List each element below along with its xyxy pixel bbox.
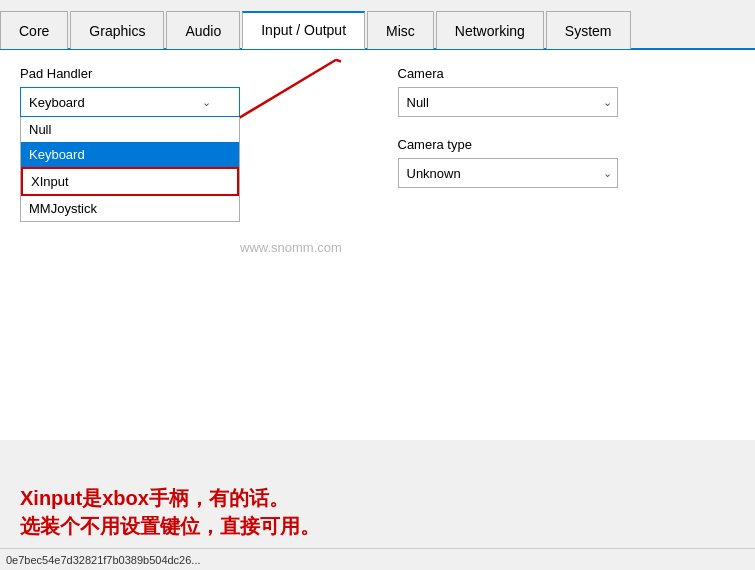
tab-core[interactable]: Core — [0, 11, 68, 49]
status-bar-text: 0e7bec54e7d32821f7b0389b504dc26... — [6, 554, 201, 566]
tab-networking[interactable]: Networking — [436, 11, 544, 49]
bottom-text-line1: Xinput是xbox手柄，有的话。 — [20, 484, 320, 512]
pad-handler-selected[interactable]: Keyboard ⌄ — [20, 87, 240, 117]
tab-audio[interactable]: Audio — [166, 11, 240, 49]
camera-select[interactable]: Null Fake OpenCV — [398, 87, 618, 117]
pad-handler-option-mmjoystick[interactable]: MMJoystick — [21, 196, 239, 221]
tab-bar: Core Graphics Audio Input / Output Misc … — [0, 0, 755, 50]
pad-handler-dropdown-list: Null Keyboard XInput MMJoystick — [20, 117, 240, 222]
bottom-text-line2: 选装个不用设置键位，直接可用。 — [20, 512, 320, 540]
camera-type-section: Camera type Unknown EyeToy PS Eye USB ⌄ — [398, 137, 736, 188]
pad-handler-option-xinput[interactable]: XInput — [21, 167, 239, 196]
camera-type-select[interactable]: Unknown EyeToy PS Eye USB — [398, 158, 618, 188]
pad-handler-option-keyboard[interactable]: Keyboard — [21, 142, 239, 167]
pad-handler-arrow-icon: ⌄ — [202, 96, 211, 109]
camera-section: Camera Null Fake OpenCV ⌄ — [398, 66, 736, 117]
tab-system[interactable]: System — [546, 11, 631, 49]
pad-handler-dropdown-container: Keyboard ⌄ Null Keyboard XInput MMJoysti… — [20, 87, 240, 117]
bottom-annotation: Xinput是xbox手柄，有的话。 选装个不用设置键位，直接可用。 — [20, 484, 320, 540]
watermark-text: www.snomm.com — [240, 240, 342, 255]
main-content: Pad Handler Keyboard ⌄ Null Keyboard XIn… — [0, 50, 755, 440]
camera-select-wrapper: Null Fake OpenCV ⌄ — [398, 87, 618, 117]
svg-line-2 — [336, 60, 341, 62]
camera-type-select-wrapper: Unknown EyeToy PS Eye USB ⌄ — [398, 158, 618, 188]
status-bar: 0e7bec54e7d32821f7b0389b504dc26... — [0, 548, 755, 570]
camera-type-label: Camera type — [398, 137, 736, 152]
pad-handler-label: Pad Handler — [20, 66, 358, 81]
tab-misc[interactable]: Misc — [367, 11, 434, 49]
camera-label: Camera — [398, 66, 736, 81]
pad-handler-option-null[interactable]: Null — [21, 117, 239, 142]
right-column: Camera Null Fake OpenCV ⌄ Camera type Un… — [398, 66, 736, 188]
left-column: Pad Handler Keyboard ⌄ Null Keyboard XIn… — [20, 66, 358, 188]
tab-input-output[interactable]: Input / Output — [242, 11, 365, 49]
tab-graphics[interactable]: Graphics — [70, 11, 164, 49]
